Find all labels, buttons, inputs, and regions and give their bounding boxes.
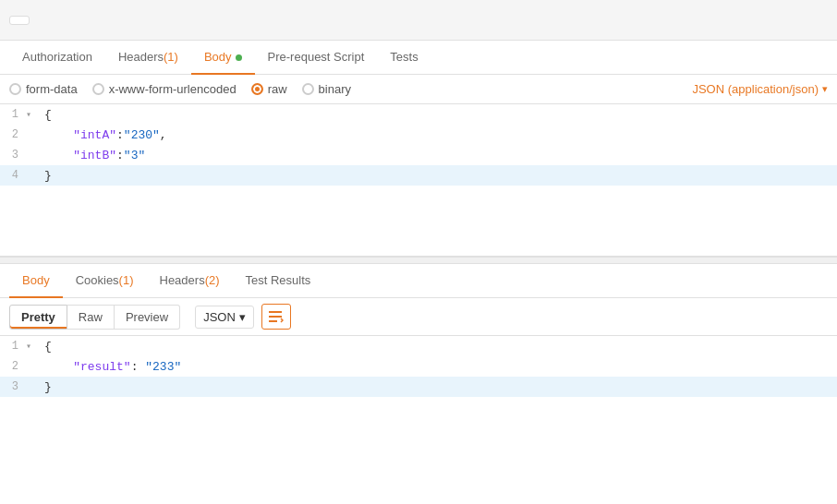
res-tab-badge: (2) (205, 273, 220, 287)
response-body-editor: 1 ▾ { 2 "result": "233" 3 } (0, 336, 837, 419)
radio-urlencoded[interactable]: x-www-form-urlencoded (92, 82, 237, 96)
code-line: 1 ▾ { (0, 104, 837, 125)
radio-binary[interactable]: binary (302, 82, 351, 96)
res-tab-headers[interactable]: Headers(2) (147, 264, 233, 298)
res-tab-cookies[interactable]: Cookies(1) (63, 264, 147, 298)
radio-circle-binary (302, 83, 314, 95)
view-btn-pretty[interactable]: Pretty (9, 305, 67, 330)
format-chevron: ▾ (239, 310, 246, 324)
req-tab-tests[interactable]: Tests (377, 41, 431, 75)
tab-badge: (1) (164, 50, 178, 64)
res-line-toggle[interactable]: ▾ (26, 341, 41, 352)
request-tabs: AuthorizationHeaders(1)BodyPre-request S… (0, 41, 837, 75)
request-body-editor[interactable]: 1 ▾ { 2 "intA":"230", 3 "intB":"3" 4 } (0, 104, 837, 257)
res-tab-body[interactable]: Body (9, 264, 63, 298)
radio-circle-raw (251, 83, 263, 95)
res-line-number: 1 (0, 340, 26, 353)
radio-raw[interactable]: raw (251, 82, 287, 96)
response-tabs: BodyCookies(1)Headers(2)Test Results (0, 264, 837, 298)
wrap-icon (269, 309, 284, 324)
req-tab-authorization[interactable]: Authorization (9, 41, 105, 75)
json-type-label: JSON (application/json) (692, 82, 819, 96)
radio-label-raw: raw (268, 82, 287, 96)
res-line-number: 3 (0, 380, 26, 393)
body-options: form-datax-www-form-urlencodedrawbinaryJ… (0, 75, 837, 104)
radio-form-data[interactable]: form-data (9, 82, 78, 96)
line-content: "intB":"3" (41, 149, 145, 162)
res-code-line: 1 ▾ { (0, 336, 837, 356)
line-content: { (41, 108, 52, 122)
view-btn-preview[interactable]: Preview (115, 305, 180, 330)
req-tab-headers[interactable]: Headers(1) (105, 41, 191, 75)
line-content: } (41, 169, 52, 183)
radio-label-form-data: form-data (26, 82, 78, 96)
res-tab-test-results[interactable]: Test Results (233, 264, 324, 298)
res-line-content: "result": "233" (41, 360, 181, 374)
method-selector[interactable] (9, 16, 30, 25)
code-line: 4 } (0, 165, 837, 186)
radio-label-binary: binary (319, 82, 351, 96)
line-number: 1 (0, 108, 26, 121)
json-chevron: ▾ (822, 83, 828, 95)
response-toolbar: PrettyRawPreviewJSON▾ (0, 298, 837, 336)
radio-circle-form-data (9, 83, 21, 95)
view-btn-raw[interactable]: Raw (67, 305, 115, 330)
svg-rect-2 (269, 320, 277, 322)
line-number: 4 (0, 169, 26, 182)
url-input[interactable] (37, 13, 828, 27)
code-line: 2 "intA":"230", (0, 125, 837, 145)
view-button-group: PrettyRawPreview (9, 305, 180, 330)
format-label: JSON (203, 310, 236, 324)
line-number: 3 (0, 149, 26, 162)
res-line-content: } (41, 380, 52, 394)
format-selector[interactable]: JSON▾ (195, 306, 254, 329)
code-line: 3 "intB":"3" (0, 145, 837, 165)
res-line-content: { (41, 340, 52, 354)
json-type-selector[interactable]: JSON (application/json)▾ (692, 82, 828, 96)
res-code-line: 2 "result": "233" (0, 356, 837, 377)
line-content: "intA":"230", (41, 128, 167, 142)
res-code-line: 3 } (0, 377, 837, 397)
url-bar (0, 0, 837, 41)
radio-label-urlencoded: x-www-form-urlencoded (109, 82, 237, 96)
line-number: 2 (0, 128, 26, 141)
svg-rect-1 (269, 316, 282, 318)
res-tab-badge: (1) (119, 273, 134, 287)
svg-rect-0 (269, 311, 282, 313)
tab-dot (236, 54, 242, 61)
req-tab-pre-request-script[interactable]: Pre-request Script (255, 41, 378, 75)
section-divider (0, 257, 837, 264)
req-tab-body[interactable]: Body (191, 41, 255, 75)
res-line-number: 2 (0, 360, 26, 373)
line-toggle[interactable]: ▾ (26, 109, 41, 120)
radio-circle-urlencoded (92, 83, 104, 95)
wrap-button[interactable] (261, 304, 291, 330)
